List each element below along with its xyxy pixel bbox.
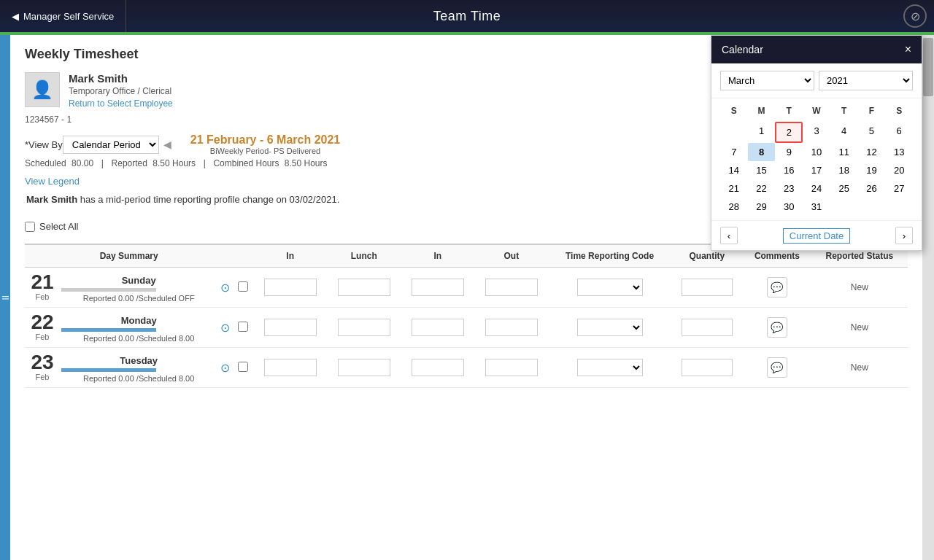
calendar-day[interactable]: 3 bbox=[803, 122, 830, 143]
calendar-day[interactable]: 14 bbox=[720, 161, 748, 179]
calendar-day[interactable]: 9 bbox=[775, 143, 803, 161]
comment-button[interactable]: 💬 bbox=[767, 357, 787, 378]
day-month: Feb bbox=[36, 332, 50, 341]
weekday-label: S bbox=[885, 103, 913, 119]
col-checkbox bbox=[233, 244, 253, 268]
prev-period-arrow[interactable]: ◀ bbox=[159, 139, 176, 150]
calendar-day[interactable]: 16 bbox=[775, 161, 803, 179]
comment-button[interactable]: 💬 bbox=[767, 277, 787, 298]
calendar-day[interactable]: 26 bbox=[858, 179, 886, 198]
calendar-selectors: March 2021 bbox=[711, 63, 922, 98]
employee-details: Mark Smith Temporary Office / Clerical R… bbox=[69, 72, 173, 109]
in2-input[interactable] bbox=[412, 319, 464, 336]
trc-cell bbox=[548, 348, 671, 388]
calendar-day[interactable]: 25 bbox=[830, 179, 858, 198]
calendar-days[interactable]: 1234567891011121314151617181920212223242… bbox=[720, 122, 913, 216]
scheduled-value: 80.00 bbox=[72, 158, 93, 168]
calendar-day[interactable]: 6 bbox=[885, 122, 913, 143]
panel-tab-label: II bbox=[0, 295, 10, 300]
left-panel-tab[interactable]: II bbox=[0, 35, 10, 560]
trc-select[interactable] bbox=[577, 319, 643, 336]
day-month: Feb bbox=[36, 292, 50, 301]
month-select[interactable]: March bbox=[720, 71, 814, 90]
lunch-input[interactable] bbox=[338, 319, 390, 336]
calendar-day[interactable]: 8 bbox=[748, 143, 776, 161]
calendar-day[interactable]: 4 bbox=[830, 122, 858, 143]
view-legend-link[interactable]: View Legend bbox=[25, 176, 80, 187]
qty-input[interactable] bbox=[682, 319, 733, 336]
weekday-label: M bbox=[748, 103, 776, 119]
calendar-day bbox=[885, 198, 913, 216]
calendar-day[interactable]: 30 bbox=[775, 198, 803, 216]
lunch-input[interactable] bbox=[338, 359, 390, 376]
day-reported: Reported 0.00 /Scheduled OFF bbox=[61, 294, 216, 303]
app-header: ◀ Manager Self Service Team Time ⊘ bbox=[0, 0, 934, 32]
in-input[interactable] bbox=[264, 319, 317, 336]
out-input[interactable] bbox=[485, 359, 538, 376]
view-by-select[interactable]: Calendar Period bbox=[63, 136, 159, 154]
calendar-day[interactable]: 11 bbox=[830, 143, 858, 161]
calendar-day[interactable]: 5 bbox=[858, 122, 886, 143]
calendar-day[interactable]: 17 bbox=[803, 161, 830, 179]
comment-button[interactable]: 💬 bbox=[767, 317, 787, 338]
year-select[interactable]: 2021 bbox=[819, 71, 913, 90]
calendar-day[interactable]: 2 bbox=[775, 122, 803, 143]
calendar-day[interactable]: 19 bbox=[858, 161, 886, 179]
row-checkbox[interactable] bbox=[238, 322, 248, 332]
trc-select[interactable] bbox=[577, 359, 643, 376]
calendar-prev-button[interactable]: ‹ bbox=[720, 227, 738, 244]
info-employee-name: Mark Smith bbox=[26, 194, 77, 205]
day-bar bbox=[61, 368, 156, 372]
day-reported: Reported 0.00 /Scheduled 8.00 bbox=[61, 374, 216, 383]
calendar-day[interactable]: 31 bbox=[803, 198, 830, 216]
in2-input[interactable] bbox=[412, 279, 464, 296]
calendar-day[interactable]: 7 bbox=[720, 143, 748, 161]
day-name: Monday bbox=[61, 315, 216, 326]
calendar-day[interactable]: 23 bbox=[775, 179, 803, 198]
col-day-summary: Day Summary bbox=[25, 244, 233, 268]
row-checkbox[interactable] bbox=[238, 281, 248, 292]
expand-button[interactable]: ⊙ bbox=[220, 361, 230, 375]
qty-input[interactable] bbox=[682, 359, 733, 376]
select-all-checkbox[interactable] bbox=[25, 222, 35, 232]
right-scrollbar[interactable] bbox=[922, 35, 934, 560]
in2-cell bbox=[401, 268, 474, 308]
calendar-day[interactable]: 29 bbox=[748, 198, 776, 216]
in-input[interactable] bbox=[264, 279, 317, 296]
out-input[interactable] bbox=[485, 279, 538, 296]
lunch-input[interactable] bbox=[338, 279, 390, 296]
accessibility-icon[interactable]: ⊘ bbox=[903, 4, 927, 28]
calendar-close-button[interactable]: × bbox=[905, 43, 911, 56]
trc-select[interactable] bbox=[577, 279, 643, 296]
out-input[interactable] bbox=[485, 319, 538, 336]
col-lunch: Lunch bbox=[327, 244, 401, 268]
calendar-day[interactable]: 1 bbox=[748, 122, 776, 143]
table-row: 21 Feb Sunday Reported 0.00 /Scheduled O… bbox=[25, 268, 908, 308]
back-arrow-icon: ◀ bbox=[12, 11, 19, 22]
return-link[interactable]: Return to Select Employee bbox=[69, 98, 173, 109]
calendar-day[interactable]: 21 bbox=[720, 179, 748, 198]
qty-input[interactable] bbox=[682, 279, 733, 296]
calendar-day[interactable]: 18 bbox=[830, 161, 858, 179]
calendar-day[interactable]: 28 bbox=[720, 198, 748, 216]
expand-button[interactable]: ⊙ bbox=[220, 281, 230, 295]
back-button[interactable]: ◀ Manager Self Service bbox=[0, 0, 126, 32]
in2-input[interactable] bbox=[412, 359, 464, 376]
calendar-next-button[interactable]: › bbox=[895, 227, 913, 244]
in-input[interactable] bbox=[264, 359, 317, 376]
calendar-day[interactable]: 20 bbox=[885, 161, 913, 179]
calendar-day[interactable]: 13 bbox=[885, 143, 913, 161]
calendar-day[interactable]: 15 bbox=[748, 161, 776, 179]
select-all-label: Select All bbox=[25, 221, 78, 232]
current-date-link[interactable]: Current Date bbox=[783, 228, 850, 244]
calendar-day[interactable]: 27 bbox=[885, 179, 913, 198]
expand-button[interactable]: ⊙ bbox=[220, 321, 230, 335]
calendar-day[interactable]: 12 bbox=[858, 143, 886, 161]
calendar-day[interactable]: 10 bbox=[803, 143, 830, 161]
avatar: 👤 bbox=[25, 72, 60, 107]
day-summary-cell-1: 22 Feb Monday Reported 0.00 /Scheduled 8… bbox=[25, 308, 233, 348]
row-checkbox[interactable] bbox=[238, 362, 248, 372]
period-type: BiWeekly Period- PS Delivered bbox=[210, 147, 320, 155]
calendar-day[interactable]: 22 bbox=[748, 179, 776, 198]
calendar-day[interactable]: 24 bbox=[803, 179, 830, 198]
